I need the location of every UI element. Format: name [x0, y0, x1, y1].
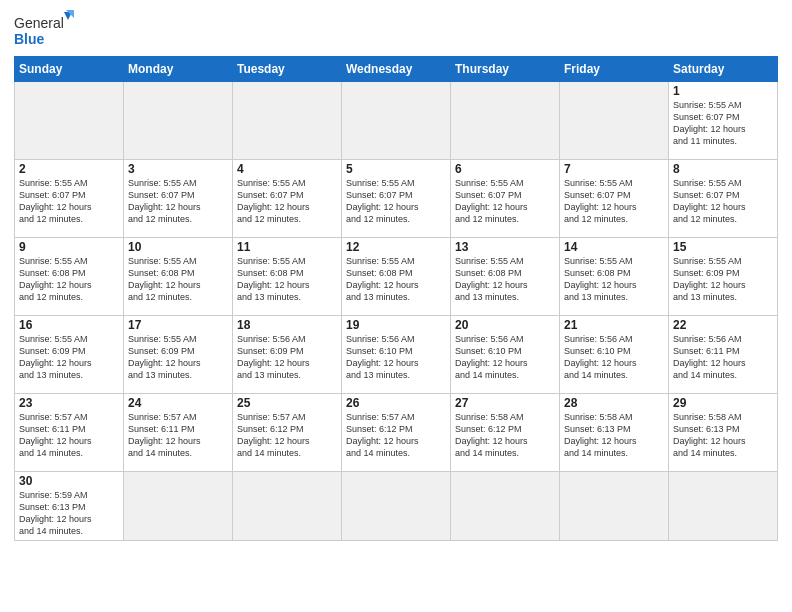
day-number: 11: [237, 240, 337, 254]
week-row-3: 16Sunrise: 5:55 AM Sunset: 6:09 PM Dayli…: [15, 316, 778, 394]
calendar-cell: 1Sunrise: 5:55 AM Sunset: 6:07 PM Daylig…: [669, 82, 778, 160]
week-row-0: 1Sunrise: 5:55 AM Sunset: 6:07 PM Daylig…: [15, 82, 778, 160]
calendar-cell: 19Sunrise: 5:56 AM Sunset: 6:10 PM Dayli…: [342, 316, 451, 394]
day-info: Sunrise: 5:57 AM Sunset: 6:12 PM Dayligh…: [346, 411, 446, 460]
day-number: 2: [19, 162, 119, 176]
weekday-header-row: SundayMondayTuesdayWednesdayThursdayFrid…: [15, 57, 778, 82]
page-header: General Blue: [14, 10, 778, 50]
calendar-cell: 12Sunrise: 5:55 AM Sunset: 6:08 PM Dayli…: [342, 238, 451, 316]
day-info: Sunrise: 5:57 AM Sunset: 6:11 PM Dayligh…: [19, 411, 119, 460]
logo-svg: General Blue: [14, 10, 74, 50]
day-number: 5: [346, 162, 446, 176]
calendar-cell: 5Sunrise: 5:55 AM Sunset: 6:07 PM Daylig…: [342, 160, 451, 238]
day-number: 30: [19, 474, 119, 488]
calendar-cell: 9Sunrise: 5:55 AM Sunset: 6:08 PM Daylig…: [15, 238, 124, 316]
day-number: 17: [128, 318, 228, 332]
day-info: Sunrise: 5:55 AM Sunset: 6:09 PM Dayligh…: [673, 255, 773, 304]
day-number: 22: [673, 318, 773, 332]
day-info: Sunrise: 5:55 AM Sunset: 6:08 PM Dayligh…: [237, 255, 337, 304]
weekday-header-friday: Friday: [560, 57, 669, 82]
day-number: 26: [346, 396, 446, 410]
calendar-cell: 24Sunrise: 5:57 AM Sunset: 6:11 PM Dayli…: [124, 394, 233, 472]
calendar-cell: 20Sunrise: 5:56 AM Sunset: 6:10 PM Dayli…: [451, 316, 560, 394]
calendar-cell: 2Sunrise: 5:55 AM Sunset: 6:07 PM Daylig…: [15, 160, 124, 238]
calendar-cell: 30Sunrise: 5:59 AM Sunset: 6:13 PM Dayli…: [15, 472, 124, 541]
calendar-cell: 25Sunrise: 5:57 AM Sunset: 6:12 PM Dayli…: [233, 394, 342, 472]
logo: General Blue: [14, 10, 74, 50]
weekday-header-thursday: Thursday: [451, 57, 560, 82]
calendar-cell: 6Sunrise: 5:55 AM Sunset: 6:07 PM Daylig…: [451, 160, 560, 238]
calendar-page: General Blue SundayMondayTuesdayWednesda…: [0, 0, 792, 612]
calendar-cell: 14Sunrise: 5:55 AM Sunset: 6:08 PM Dayli…: [560, 238, 669, 316]
day-info: Sunrise: 5:55 AM Sunset: 6:07 PM Dayligh…: [346, 177, 446, 226]
day-number: 14: [564, 240, 664, 254]
calendar-cell: [233, 472, 342, 541]
day-info: Sunrise: 5:55 AM Sunset: 6:07 PM Dayligh…: [455, 177, 555, 226]
day-number: 3: [128, 162, 228, 176]
calendar-cell: 7Sunrise: 5:55 AM Sunset: 6:07 PM Daylig…: [560, 160, 669, 238]
day-info: Sunrise: 5:55 AM Sunset: 6:08 PM Dayligh…: [19, 255, 119, 304]
day-info: Sunrise: 5:55 AM Sunset: 6:07 PM Dayligh…: [19, 177, 119, 226]
svg-text:General: General: [14, 15, 64, 31]
day-number: 24: [128, 396, 228, 410]
day-info: Sunrise: 5:58 AM Sunset: 6:13 PM Dayligh…: [564, 411, 664, 460]
week-row-4: 23Sunrise: 5:57 AM Sunset: 6:11 PM Dayli…: [15, 394, 778, 472]
calendar-cell: [560, 82, 669, 160]
day-number: 27: [455, 396, 555, 410]
calendar-cell: 13Sunrise: 5:55 AM Sunset: 6:08 PM Dayli…: [451, 238, 560, 316]
day-info: Sunrise: 5:55 AM Sunset: 6:08 PM Dayligh…: [564, 255, 664, 304]
calendar-cell: 17Sunrise: 5:55 AM Sunset: 6:09 PM Dayli…: [124, 316, 233, 394]
calendar-cell: [233, 82, 342, 160]
calendar-cell: [669, 472, 778, 541]
day-number: 10: [128, 240, 228, 254]
calendar-cell: [451, 82, 560, 160]
day-info: Sunrise: 5:55 AM Sunset: 6:08 PM Dayligh…: [455, 255, 555, 304]
day-info: Sunrise: 5:56 AM Sunset: 6:10 PM Dayligh…: [455, 333, 555, 382]
weekday-header-wednesday: Wednesday: [342, 57, 451, 82]
calendar-cell: 23Sunrise: 5:57 AM Sunset: 6:11 PM Dayli…: [15, 394, 124, 472]
day-number: 8: [673, 162, 773, 176]
day-info: Sunrise: 5:58 AM Sunset: 6:12 PM Dayligh…: [455, 411, 555, 460]
day-info: Sunrise: 5:58 AM Sunset: 6:13 PM Dayligh…: [673, 411, 773, 460]
calendar-cell: 3Sunrise: 5:55 AM Sunset: 6:07 PM Daylig…: [124, 160, 233, 238]
weekday-header-tuesday: Tuesday: [233, 57, 342, 82]
day-number: 6: [455, 162, 555, 176]
day-number: 29: [673, 396, 773, 410]
weekday-header-saturday: Saturday: [669, 57, 778, 82]
svg-text:Blue: Blue: [14, 31, 45, 47]
calendar-cell: [342, 472, 451, 541]
calendar-cell: 10Sunrise: 5:55 AM Sunset: 6:08 PM Dayli…: [124, 238, 233, 316]
calendar-cell: [15, 82, 124, 160]
day-number: 1: [673, 84, 773, 98]
day-info: Sunrise: 5:56 AM Sunset: 6:10 PM Dayligh…: [564, 333, 664, 382]
day-number: 4: [237, 162, 337, 176]
weekday-header-sunday: Sunday: [15, 57, 124, 82]
day-info: Sunrise: 5:57 AM Sunset: 6:11 PM Dayligh…: [128, 411, 228, 460]
day-number: 15: [673, 240, 773, 254]
day-info: Sunrise: 5:56 AM Sunset: 6:11 PM Dayligh…: [673, 333, 773, 382]
calendar-cell: 28Sunrise: 5:58 AM Sunset: 6:13 PM Dayli…: [560, 394, 669, 472]
calendar-cell: 8Sunrise: 5:55 AM Sunset: 6:07 PM Daylig…: [669, 160, 778, 238]
calendar-cell: 18Sunrise: 5:56 AM Sunset: 6:09 PM Dayli…: [233, 316, 342, 394]
day-info: Sunrise: 5:55 AM Sunset: 6:09 PM Dayligh…: [128, 333, 228, 382]
day-info: Sunrise: 5:55 AM Sunset: 6:09 PM Dayligh…: [19, 333, 119, 382]
calendar-cell: [560, 472, 669, 541]
calendar-cell: 29Sunrise: 5:58 AM Sunset: 6:13 PM Dayli…: [669, 394, 778, 472]
calendar-cell: 22Sunrise: 5:56 AM Sunset: 6:11 PM Dayli…: [669, 316, 778, 394]
calendar-table: SundayMondayTuesdayWednesdayThursdayFrid…: [14, 56, 778, 541]
day-number: 28: [564, 396, 664, 410]
day-number: 25: [237, 396, 337, 410]
calendar-cell: 15Sunrise: 5:55 AM Sunset: 6:09 PM Dayli…: [669, 238, 778, 316]
day-number: 9: [19, 240, 119, 254]
day-info: Sunrise: 5:55 AM Sunset: 6:08 PM Dayligh…: [128, 255, 228, 304]
day-info: Sunrise: 5:55 AM Sunset: 6:07 PM Dayligh…: [673, 99, 773, 148]
day-info: Sunrise: 5:59 AM Sunset: 6:13 PM Dayligh…: [19, 489, 119, 538]
calendar-cell: 26Sunrise: 5:57 AM Sunset: 6:12 PM Dayli…: [342, 394, 451, 472]
day-number: 12: [346, 240, 446, 254]
calendar-cell: [124, 82, 233, 160]
calendar-cell: 27Sunrise: 5:58 AM Sunset: 6:12 PM Dayli…: [451, 394, 560, 472]
day-number: 20: [455, 318, 555, 332]
day-info: Sunrise: 5:55 AM Sunset: 6:07 PM Dayligh…: [128, 177, 228, 226]
day-number: 18: [237, 318, 337, 332]
day-number: 7: [564, 162, 664, 176]
